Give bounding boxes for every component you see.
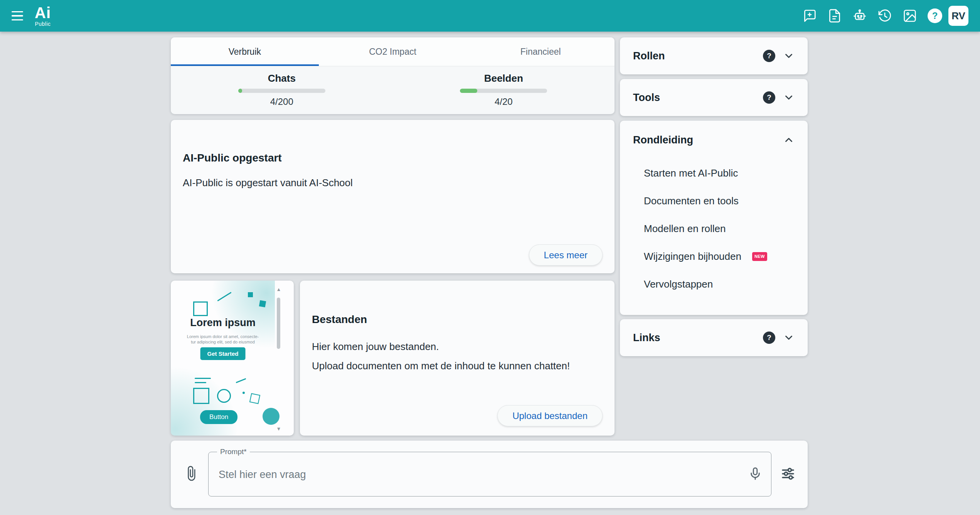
chevron-down-icon[interactable] — [783, 92, 795, 103]
help-glyph: ? — [928, 8, 942, 23]
rondleiding-section: Rondleiding Starten met AI-Public Docume… — [620, 121, 808, 315]
poster-subtitle: Lorem ipsum dolor sit amet, consecte- tu… — [171, 334, 275, 345]
tune-settings-icon[interactable] — [779, 465, 797, 483]
links-header[interactable]: Links ? — [620, 319, 808, 356]
rondleiding-header[interactable]: Rondleiding — [620, 121, 808, 159]
chevron-up-icon[interactable] — [783, 134, 795, 146]
poster-decoration-line — [195, 378, 211, 379]
hamburger-menu-icon[interactable] — [8, 6, 28, 25]
chevron-down-icon[interactable] — [783, 50, 795, 62]
new-badge: NEW — [752, 252, 767, 261]
documents-icon[interactable] — [827, 8, 843, 24]
chevron-down-icon[interactable] — [783, 332, 795, 343]
chats-usage: Chats 4/200 — [171, 66, 393, 114]
help-icon[interactable]: ? — [927, 8, 943, 24]
app-screen: Ai Public ? RV — [0, 0, 980, 515]
attach-file-icon[interactable] — [182, 465, 200, 483]
robot-icon[interactable] — [852, 8, 868, 24]
beelden-progress-bar — [460, 89, 547, 93]
tab-co2-impact[interactable]: CO2 Impact — [319, 37, 467, 66]
chats-progress-bar — [238, 89, 325, 93]
chats-label: Chats — [268, 72, 296, 84]
rollen-title: Rollen — [633, 50, 763, 62]
files-text-line2: Upload documenten om met de inhoud te ku… — [312, 360, 570, 372]
files-text-line1: Hier komen jouw bestanden. — [312, 341, 439, 353]
poster-decoration-square-outline — [193, 301, 208, 316]
poster-decoration-square — [259, 300, 266, 308]
beelden-value: 4/20 — [495, 96, 513, 107]
tab-verbruik[interactable]: Verbruik — [171, 37, 319, 66]
poster-card[interactable]: Lorem ipsum Lorem ipsum dolor sit amet, … — [171, 281, 294, 436]
chats-value: 4/200 — [270, 96, 293, 107]
poster-decoration-circle-outline — [217, 389, 231, 403]
tools-help-icon[interactable]: ? — [763, 91, 775, 104]
header-actions: ? — [802, 8, 943, 24]
scrollbar-thumb[interactable] — [277, 298, 280, 349]
files-card: Bestanden Hier komen jouw bestanden. Upl… — [300, 281, 615, 436]
tour-item-vervolgstappen[interactable]: Vervolgstappen — [620, 270, 808, 298]
tools-title: Tools — [633, 92, 763, 104]
prompt-field: Prompt* — [208, 452, 771, 496]
news-title: AI-Public opgestart — [183, 152, 282, 164]
files-title: Bestanden — [312, 313, 367, 326]
user-avatar[interactable]: RV — [948, 6, 968, 26]
usage-stats: Chats 4/200 Beelden 4/20 — [171, 66, 615, 114]
get-started-button[interactable]: Get Started — [200, 347, 246, 360]
tour-item-modellen[interactable]: Modellen en rollen — [620, 215, 808, 242]
app-header: Ai Public ? RV — [0, 0, 980, 32]
upload-bestanden-button[interactable]: Upload bestanden — [497, 405, 603, 426]
logo-text: Ai — [35, 5, 51, 20]
usage-card: Verbruik CO2 Impact Financieel Chats 4/2… — [171, 37, 615, 114]
rollen-header[interactable]: Rollen ? — [620, 37, 808, 74]
gallery-icon[interactable] — [902, 8, 918, 24]
links-title: Links — [633, 332, 763, 344]
beelden-progress-fill — [460, 89, 477, 93]
chats-progress-fill — [238, 89, 242, 93]
rollen-help-icon[interactable]: ? — [763, 50, 775, 62]
tour-item-label: Wijzigingen bijhouden — [644, 251, 741, 263]
scroll-up-icon[interactable]: ▲ — [276, 286, 281, 293]
poster-preview: Lorem ipsum Lorem ipsum dolor sit amet, … — [171, 281, 275, 436]
poster-scrollbar[interactable]: ▲ ▼ — [276, 286, 282, 433]
tools-section: Tools ? — [620, 79, 808, 116]
news-card: AI-Public opgestart AI-Public is opgesta… — [171, 120, 615, 273]
poster-decoration-square-outline — [193, 388, 209, 404]
beelden-usage: Beelden 4/20 — [393, 66, 615, 114]
poster-decoration-square — [248, 292, 253, 297]
tour-item-label: Modellen en rollen — [644, 223, 726, 235]
tour-item-label: Starten met AI-Public — [644, 167, 738, 179]
tour-item-label: Vervolgstappen — [644, 278, 713, 290]
links-help-icon[interactable]: ? — [763, 332, 775, 344]
tools-header[interactable]: Tools ? — [620, 79, 808, 116]
app-logo[interactable]: Ai Public — [35, 5, 51, 27]
prompt-input[interactable] — [218, 452, 736, 497]
tour-item-label: Documenten en tools — [644, 195, 739, 207]
poster-decoration-line — [217, 292, 231, 301]
scroll-down-icon[interactable]: ▼ — [276, 426, 281, 433]
news-body: AI-Public is opgestart vanuit AI-School — [183, 177, 353, 189]
poster-decoration-dot — [242, 392, 245, 394]
poster-decoration-square-outline — [249, 393, 260, 404]
scrollbar-track[interactable] — [277, 293, 281, 426]
prompt-bar: Prompt* — [171, 441, 808, 508]
tour-item-starten[interactable]: Starten met AI-Public — [620, 159, 808, 187]
usage-tabs: Verbruik CO2 Impact Financieel — [171, 37, 615, 66]
new-chat-icon[interactable] — [802, 8, 818, 24]
poster-decoration-line — [195, 382, 206, 383]
poster-title: Lorem ipsum — [171, 317, 275, 329]
tour-item-wijzigingen[interactable]: Wijzigingen bijhouden NEW — [620, 242, 808, 270]
tour-item-documenten[interactable]: Documenten en tools — [620, 187, 808, 215]
lees-meer-button[interactable]: Lees meer — [529, 244, 603, 266]
rondleiding-title: Rondleiding — [633, 134, 783, 146]
logo-subtext: Public — [35, 21, 51, 27]
links-section: Links ? — [620, 319, 808, 356]
history-icon[interactable] — [877, 8, 893, 24]
microphone-icon[interactable] — [746, 465, 764, 483]
poster-decoration-line — [236, 378, 246, 383]
beelden-label: Beelden — [484, 72, 523, 84]
poster-button[interactable]: Button — [200, 410, 237, 424]
tab-financieel[interactable]: Financieel — [466, 37, 615, 66]
rollen-section: Rollen ? — [620, 37, 808, 74]
